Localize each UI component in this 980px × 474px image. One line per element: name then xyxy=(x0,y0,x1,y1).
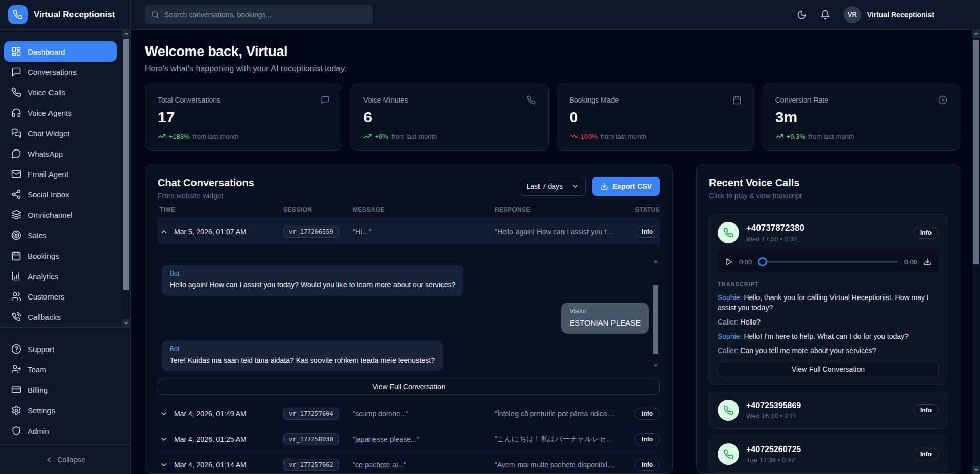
session-badge: vr_177257662 xyxy=(283,459,339,471)
sidebar-item-support[interactable]: Support xyxy=(4,339,117,359)
scrollbar-down-icon[interactable] xyxy=(972,466,980,474)
info-badge[interactable]: Info xyxy=(913,227,939,239)
call-avatar xyxy=(718,222,739,243)
chat-conversations-panel: Chat Conversations From website widget L… xyxy=(145,165,673,474)
date-range-select[interactable]: Last 7 days xyxy=(520,177,586,196)
export-csv-label: Export CSV xyxy=(612,182,652,190)
scrollbar-thumb[interactable] xyxy=(123,39,129,290)
view-full-conversation-button[interactable]: View Full Conversation xyxy=(158,379,660,395)
avatar: VR xyxy=(844,6,861,23)
page-scrollbar[interactable] xyxy=(972,30,980,474)
sidebar-item-email-agent[interactable]: Email Agent xyxy=(4,164,117,184)
sidebar-item-label: Admin xyxy=(28,427,50,435)
scrollbar-down-icon[interactable] xyxy=(653,362,659,368)
sidebar-item-callbacks[interactable]: Callbacks xyxy=(4,307,117,327)
transcript-line: Sophie: Hello, thank you for calling Vir… xyxy=(718,292,939,313)
sidebar-scrollbar[interactable] xyxy=(122,30,130,327)
conversation-scrollbar[interactable] xyxy=(653,259,659,368)
scrollbar-thumb[interactable] xyxy=(653,285,658,354)
theme-toggle-button[interactable] xyxy=(797,10,807,20)
scrollbar-up-icon[interactable] xyxy=(122,30,130,38)
row-response: "Hello again! How can I assist you toda.… xyxy=(495,228,623,236)
voice-call-card[interactable]: +40725395869 Wed 16:10 • 2:11 Info xyxy=(709,392,947,429)
sidebar-item-voice-agents[interactable]: Voice Agents xyxy=(4,103,117,123)
sidebar-item-label: Email Agent xyxy=(28,170,68,179)
shield-icon xyxy=(11,426,21,436)
sidebar-item-whatsapp[interactable]: WhatsApp xyxy=(4,143,117,164)
table-row[interactable]: Mar 4, 2026, 01:49 AM vr_177257604 "scum… xyxy=(158,401,660,427)
search-input[interactable] xyxy=(164,11,366,19)
info-badge[interactable]: Info xyxy=(634,459,660,471)
view-full-conversation-button[interactable]: View Full Conversation xyxy=(718,362,939,377)
sidebar-item-omnichannel[interactable]: Omnichannel xyxy=(4,205,117,225)
sidebar-secondary-nav: Support Team Billing Settings Admin xyxy=(0,327,130,441)
row-response: "こんにちは！私はバーチャルレセプショ..." xyxy=(495,435,623,444)
sidebar-item-bookings[interactable]: Bookings xyxy=(4,245,117,266)
sidebar-item-billing[interactable]: Billing xyxy=(4,380,117,400)
scrollbar-up-icon[interactable] xyxy=(972,30,980,38)
chevron-up-icon[interactable] xyxy=(160,228,168,236)
export-csv-button[interactable]: Export CSV xyxy=(592,177,660,196)
sidebar-item-conversations[interactable]: Conversations xyxy=(4,62,117,82)
slider-knob[interactable] xyxy=(758,257,767,266)
help-circle-icon xyxy=(11,344,21,354)
sidebar-item-dashboard[interactable]: Dashboard xyxy=(4,41,117,62)
info-badge[interactable]: Info xyxy=(913,448,939,460)
sidebar-item-team[interactable]: Team xyxy=(4,359,117,380)
sidebar-item-settings[interactable]: Settings xyxy=(4,400,117,420)
stat-delta: +0.3% xyxy=(787,133,805,140)
table-header: TIME SESSION MESSAGE RESPONSE STATUS xyxy=(158,206,660,219)
scrollbar-thumb[interactable] xyxy=(973,40,979,264)
player-current-time: 0:00 xyxy=(739,258,752,266)
sidebar-item-analytics[interactable]: Analytics xyxy=(4,266,117,286)
sidebar-item-admin[interactable]: Admin xyxy=(4,420,117,441)
call-meta: Wed 16:10 • 2:11 xyxy=(746,412,906,420)
sidebar-item-customers[interactable]: Customers xyxy=(4,286,117,307)
stat-delta-suffix: from last month xyxy=(601,133,647,140)
info-badge[interactable]: Info xyxy=(913,404,939,416)
voice-call-card[interactable]: +40725260725 Tue 12:39 • 0:47 Info xyxy=(709,436,947,472)
sidebar-item-voice-calls[interactable]: Voice Calls xyxy=(4,82,117,103)
download-icon[interactable] xyxy=(923,258,932,266)
sidebar-item-sales[interactable]: Sales xyxy=(4,225,117,245)
play-icon[interactable] xyxy=(725,258,733,266)
main-content: Welcome back, Virtual Here's what's happ… xyxy=(131,30,972,474)
info-badge[interactable]: Info xyxy=(634,408,660,420)
user-menu[interactable]: VR Virtual Receptionist xyxy=(844,6,934,23)
search-input-wrapper xyxy=(145,5,373,24)
table-row[interactable]: Mar 5, 2026, 01:07 AM vr_177266559 "HI..… xyxy=(158,219,660,244)
call-meta: Wed 17:50 • 0:32 xyxy=(746,235,906,243)
player-seek-slider[interactable] xyxy=(758,257,898,266)
voice-call-card[interactable]: +40737872380 Wed 17:50 • 0:32 Info 0:00 xyxy=(709,214,947,385)
stat-delta-suffix: from last month xyxy=(391,133,437,140)
info-badge[interactable]: Info xyxy=(634,433,660,445)
sidebar-item-label: Voice Agents xyxy=(28,109,72,117)
call-number: +40725395869 xyxy=(746,401,906,410)
voice-panel-subtitle: Click to play & view transcript xyxy=(709,192,947,200)
collapse-button[interactable]: Collapse xyxy=(0,444,130,474)
sidebar-item-label: Chat Widget xyxy=(28,129,70,138)
sidebar-item-chat-widget[interactable]: Chat Widget xyxy=(4,123,117,143)
scrollbar-down-icon[interactable] xyxy=(122,319,130,327)
sidebar-item-label: Conversations xyxy=(28,68,77,77)
scrollbar-up-icon[interactable] xyxy=(653,259,659,265)
phone-icon xyxy=(723,405,733,415)
gear-icon xyxy=(11,405,21,415)
chat-panel-subtitle: From website widget xyxy=(158,192,254,200)
transcript-line: Sophie: Hello! I'm here to help. What ca… xyxy=(718,331,939,341)
bubble-text: Tere! Kuidas ma saan teid täna aidata? K… xyxy=(170,356,435,365)
chevron-down-icon[interactable] xyxy=(160,435,168,443)
sidebar-item-label: Sales xyxy=(28,231,47,240)
users-icon xyxy=(11,291,21,302)
sidebar-item-label: Callbacks xyxy=(28,313,61,321)
row-time: Mar 4, 2026, 01:49 AM xyxy=(174,410,247,418)
panels-row: Chat Conversations From website widget L… xyxy=(145,165,960,474)
sidebar-item-label: Analytics xyxy=(28,272,58,281)
notifications-button[interactable] xyxy=(820,10,830,20)
sidebar-item-social-inbox[interactable]: Social Inbox xyxy=(4,184,117,205)
table-row[interactable]: Mar 4, 2026, 01:14 AM vr_177257662 "ce p… xyxy=(158,452,660,474)
chevron-down-icon[interactable] xyxy=(160,410,168,418)
chevron-down-icon[interactable] xyxy=(160,461,168,469)
info-badge[interactable]: Info xyxy=(634,226,660,238)
table-row[interactable]: Mar 4, 2026, 01:25 AM vr_177258030 "japa… xyxy=(158,427,660,452)
